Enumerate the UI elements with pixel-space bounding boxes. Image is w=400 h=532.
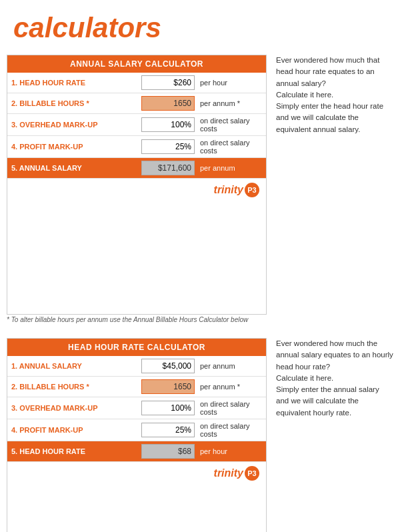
calc1-footnote: * To alter billable hours per annum use … [7,315,267,327]
calc2-unit-5: per hour [200,447,262,455]
calc2-row-3: 3. OVERHEAD MARK-UP on direct salary cos… [7,397,266,419]
calc1-unit-5: per annum [200,164,262,172]
calc2-description: Ever wondered how much the annual salary… [267,338,393,419]
calc2-row-1: 1. ANNUAL SALARY per annum [7,356,266,377]
annual-salary-section: ANNUAL SALARY CALCULATOR 1. HEAD HOUR RA… [0,51,400,330]
calc2-row-2: 2. BILLABLE HOURS * per annum * [7,377,266,397]
calc2-label-3: 3. OVERHEAD MARK-UP [11,404,141,412]
calc1-row-1: 1. HEAD HOUR RATE per hour [7,73,266,93]
calc1-label-4: 4. PROFIT MARK-UP [11,143,141,151]
logo-badge: P3 [245,183,259,197]
calc1-input-3[interactable] [141,117,195,132]
calc1-label-1: 1. HEAD HOUR RATE [11,79,141,87]
logo-badge-2: P3 [245,466,259,481]
calc1-label-3: 3. OVERHEAD MARK-UP [11,121,141,129]
calc2-label-1: 1. ANNUAL SALARY [11,362,141,370]
calc1-unit-3: on direct salary costs [200,117,262,133]
calc2-unit-2: per annum * [200,383,262,391]
head-hour-rate-section: HEAD HOUR RATE CALCULATOR 1. ANNUAL SALA… [0,334,400,532]
head-hour-rate-calculator: HEAD HOUR RATE CALCULATOR 1. ANNUAL SALA… [7,338,267,532]
calc2-row-4: 4. PROFIT MARK-UP on direct salary costs [7,419,266,441]
calc2-unit-1: per annum [200,362,262,370]
calc2-input-2[interactable] [141,379,195,394]
calc2-row-5: 5. HEAD HOUR RATE per hour [7,441,266,462]
calc2-input-1[interactable] [141,359,195,373]
calc1-row-2: 2. BILLABLE HOURS * per annum * [7,93,266,114]
calc1-input-5[interactable] [141,161,195,175]
calc2-label-4: 4. PROFIT MARK-UP [11,426,141,434]
calc1-header: ANNUAL SALARY CALCULATOR [7,55,266,73]
logo-text-2: trinity [214,467,243,479]
calc1-description: Ever wondered how much that head hour ra… [267,55,393,135]
calc1-unit-2: per annum * [200,99,262,107]
calc1-row-5: 5. ANNUAL SALARY per annum [7,158,266,179]
calc2-logo: trinity P3 [7,462,266,485]
calc2-unit-4: on direct salary costs [200,422,262,438]
calc1-input-4[interactable] [141,139,195,154]
logo-text: trinity [214,184,243,196]
calc1-row-4: 4. PROFIT MARK-UP on direct salary costs [7,136,266,158]
calc2-header: HEAD HOUR RATE CALCULATOR [7,339,266,356]
calc1-input-1[interactable] [141,75,195,90]
calc1-label-2: 2. BILLABLE HOURS * [11,99,141,107]
calc1-label-5: 5. ANNUAL SALARY [11,164,141,172]
calc1-input-2[interactable] [141,96,195,111]
calc2-unit-3: on direct salary costs [200,400,262,416]
calc2-input-4[interactable] [141,423,195,437]
calc2-label-5: 5. HEAD HOUR RATE [11,447,141,455]
calc1-unit-4: on direct salary costs [200,139,262,155]
calc2-label-2: 2. BILLABLE HOURS * [11,383,141,391]
annual-salary-calculator: ANNUAL SALARY CALCULATOR 1. HEAD HOUR RA… [7,55,267,315]
page-title: calculators [0,0,400,51]
calc1-logo: trinity P3 [7,179,266,201]
calc2-input-5[interactable] [141,444,195,459]
calc2-input-3[interactable] [141,401,195,415]
calc1-row-3: 3. OVERHEAD MARK-UP on direct salary cos… [7,114,266,136]
calc1-unit-1: per hour [200,79,262,87]
